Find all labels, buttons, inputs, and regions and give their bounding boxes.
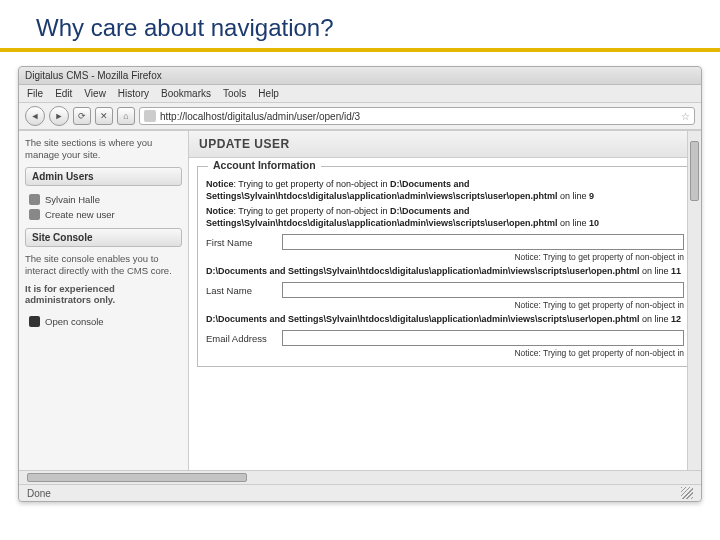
scrollbar-thumb[interactable]	[690, 141, 699, 201]
menu-edit[interactable]: Edit	[55, 88, 72, 99]
input-email[interactable]	[282, 330, 684, 346]
sidebar-item-user[interactable]: Sylvain Halle	[25, 192, 182, 207]
label-email: Email Address	[206, 330, 274, 344]
user-icon	[29, 194, 40, 205]
inline-notice: Notice: Trying to get property of non-ob…	[282, 348, 684, 358]
url-bar[interactable]: http://localhost/digitalus/admin/user/op…	[139, 107, 695, 125]
menu-help[interactable]: Help	[258, 88, 279, 99]
resize-grip-icon[interactable]	[681, 487, 693, 499]
horizontal-scrollbar[interactable]	[19, 470, 701, 484]
form-row-first-name: First Name Notice: Trying to get propert…	[206, 234, 684, 262]
title-rule	[0, 48, 720, 52]
console-icon	[29, 316, 40, 327]
back-button[interactable]: ◄	[25, 106, 45, 126]
sidebar-header-admin-users: Admin Users	[25, 167, 182, 186]
input-first-name[interactable]	[282, 234, 684, 250]
sidebar-item-label: Create new user	[45, 209, 115, 220]
sidebar: The site sections is where you manage yo…	[19, 131, 189, 470]
sidebar-header-site-console: Site Console	[25, 228, 182, 247]
page-title: UPDATE USER	[189, 131, 701, 158]
slide-title: Why care about navigation?	[0, 0, 720, 48]
bookmark-star-icon[interactable]: ☆	[681, 111, 690, 122]
php-notice: Notice: Trying to get property of non-ob…	[206, 179, 684, 202]
sidebar-item-create-user[interactable]: Create new user	[25, 207, 182, 222]
forward-button[interactable]: ►	[49, 106, 69, 126]
scrollbar-thumb[interactable]	[27, 473, 247, 482]
window-title: Digitalus CMS - Mozilla Firefox	[25, 70, 162, 81]
user-icon	[29, 209, 40, 220]
form-row-last-name: Last Name Notice: Trying to get property…	[206, 282, 684, 310]
php-notice-path: D:\Documents and Settings\Sylvain\htdocs…	[206, 266, 684, 278]
reload-button[interactable]: ⟳	[73, 107, 91, 125]
sidebar-item-label: Open console	[45, 316, 104, 327]
menu-view[interactable]: View	[84, 88, 106, 99]
php-notice: Notice: Trying to get property of non-ob…	[206, 206, 684, 229]
sidebar-item-open-console[interactable]: Open console	[25, 314, 182, 329]
label-last-name: Last Name	[206, 282, 274, 296]
status-text: Done	[27, 488, 51, 499]
favicon-icon	[144, 110, 156, 122]
sidebar-intro: The site sections is where you manage yo…	[25, 137, 182, 161]
browser-window: Digitalus CMS - Mozilla Firefox File Edi…	[18, 66, 702, 502]
menu-file[interactable]: File	[27, 88, 43, 99]
menubar: File Edit View History Bookmarks Tools H…	[19, 85, 701, 103]
page-content: The site sections is where you manage yo…	[19, 130, 701, 470]
sidebar-console-intro: The site console enables you to interact…	[25, 253, 182, 277]
menu-tools[interactable]: Tools	[223, 88, 246, 99]
main-panel: UPDATE USER Account Information Notice: …	[189, 131, 701, 470]
form-row-email: Email Address Notice: Trying to get prop…	[206, 330, 684, 358]
inline-notice: Notice: Trying to get property of non-ob…	[282, 300, 684, 310]
label-first-name: First Name	[206, 234, 274, 248]
fieldset-legend: Account Information	[208, 159, 321, 171]
window-titlebar: Digitalus CMS - Mozilla Firefox	[19, 67, 701, 85]
sidebar-console-warning: It is for experienced administrators onl…	[25, 283, 182, 307]
stop-button[interactable]: ✕	[95, 107, 113, 125]
toolbar: ◄ ► ⟳ ✕ ⌂ http://localhost/digitalus/adm…	[19, 103, 701, 130]
home-button[interactable]: ⌂	[117, 107, 135, 125]
menu-bookmarks[interactable]: Bookmarks	[161, 88, 211, 99]
url-text: http://localhost/digitalus/admin/user/op…	[160, 111, 677, 122]
inline-notice: Notice: Trying to get property of non-ob…	[282, 252, 684, 262]
sidebar-item-label: Sylvain Halle	[45, 194, 100, 205]
menu-history[interactable]: History	[118, 88, 149, 99]
statusbar: Done	[19, 484, 701, 501]
vertical-scrollbar[interactable]	[687, 131, 701, 470]
fieldset-account-info: Account Information Notice: Trying to ge…	[197, 166, 693, 367]
input-last-name[interactable]	[282, 282, 684, 298]
php-notice-path: D:\Documents and Settings\Sylvain\htdocs…	[206, 314, 684, 326]
